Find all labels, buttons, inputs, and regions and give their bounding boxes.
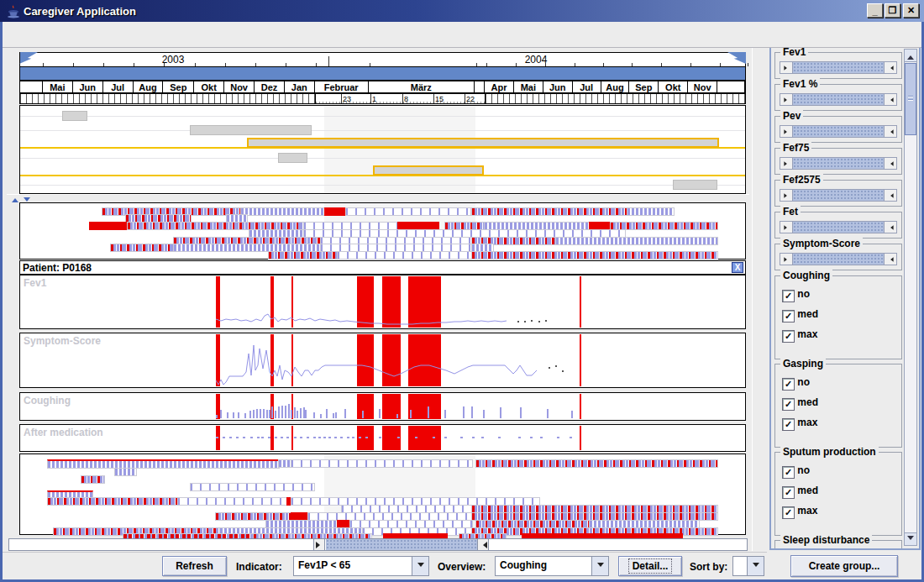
overview-combobox[interactable]: Coughing	[495, 556, 609, 576]
overview-segment[interactable]	[89, 222, 129, 230]
month-cell-jun[interactable]: Jun	[73, 81, 103, 92]
chevron-down-icon[interactable]	[412, 557, 428, 575]
slider-track[interactable]	[792, 254, 885, 265]
overview-segment[interactable]	[627, 207, 675, 216]
slider-right-arrow-icon[interactable]	[885, 190, 896, 201]
slider-left-arrow-icon[interactable]	[780, 222, 792, 233]
slider-right-arrow-icon[interactable]	[885, 62, 896, 73]
overview-segment[interactable]	[81, 475, 105, 484]
slider-track[interactable]	[792, 94, 885, 105]
scroll-down-icon[interactable]	[905, 532, 916, 545]
detail-button[interactable]: Detail...	[618, 556, 682, 576]
bottom-sort-combobox[interactable]	[732, 556, 764, 576]
month-cell-sep[interactable]: Sep	[629, 81, 659, 92]
overview-segment[interactable]	[471, 207, 628, 216]
refresh-button[interactable]: Refresh	[162, 556, 227, 576]
checkbox-icon[interactable]: ✓	[782, 378, 795, 391]
horizontal-splitter[interactable]	[7, 194, 749, 202]
range-slider[interactable]	[780, 253, 897, 265]
range-slider[interactable]	[780, 61, 897, 74]
title-bar[interactable]: Caregiver Application _ ❐ ✕	[0, 0, 924, 22]
month-cell-empty[interactable]	[20, 81, 43, 92]
month-cell-sep[interactable]: Sep	[163, 81, 194, 92]
gantt-interval-bar[interactable]	[373, 165, 484, 176]
range-slider[interactable]	[780, 93, 897, 106]
slider-track[interactable]	[792, 126, 885, 137]
month-cell-februar[interactable]: Februar	[315, 81, 369, 92]
overview-segment[interactable]	[190, 483, 315, 491]
month-cell-aug[interactable]: Aug	[134, 81, 164, 92]
checkbox-no[interactable]: ✓ no	[782, 464, 810, 479]
range-slider[interactable]	[780, 157, 897, 170]
gantt-interval-bar[interactable]	[62, 111, 87, 121]
month-cell-aug[interactable]: Aug	[601, 81, 630, 92]
overview-segment[interactable]	[47, 459, 280, 469]
overview-segment[interactable]	[610, 222, 718, 230]
month-cell-nov[interactable]: Nov	[224, 81, 255, 92]
gantt-interval-bar[interactable]	[278, 153, 307, 163]
checkbox-icon[interactable]: ✓	[782, 506, 795, 519]
range-slider[interactable]	[780, 221, 897, 233]
month-cell-okt[interactable]: Okt	[659, 81, 688, 92]
chevron-down-icon[interactable]	[747, 557, 764, 575]
month-cell-märz[interactable]: März	[369, 81, 475, 92]
month-cell-empty[interactable]	[717, 81, 745, 92]
month-cell-empty[interactable]	[475, 81, 485, 92]
month-cell-jun[interactable]: Jun	[543, 81, 573, 92]
maximize-button[interactable]: ❐	[885, 3, 900, 18]
checkbox-max[interactable]: ✓ max	[782, 417, 817, 431]
create-group-button[interactable]: Create group...	[790, 555, 898, 577]
overview-segment[interactable]	[291, 459, 473, 468]
gantt-interval-bar[interactable]	[247, 138, 719, 148]
slider-left-arrow-icon[interactable]	[780, 94, 792, 105]
scrollbar-right-arrow-icon[interactable]	[477, 539, 489, 550]
slider-right-arrow-icon[interactable]	[885, 254, 896, 265]
checkbox-no[interactable]: ✓ no	[782, 376, 810, 391]
overview-segment[interactable]	[110, 244, 175, 252]
checkbox-icon[interactable]: ✓	[782, 466, 795, 479]
checkbox-no[interactable]: ✓ no	[782, 288, 810, 302]
month-cell-jan[interactable]: Jan	[285, 81, 315, 92]
range-slider[interactable]	[780, 189, 897, 202]
slider-left-arrow-icon[interactable]	[780, 62, 792, 73]
month-cell-dez[interactable]: Dez	[255, 81, 285, 92]
gantt-interval-bar[interactable]	[190, 125, 312, 135]
overview-segment[interactable]	[475, 459, 718, 468]
checkbox-icon[interactable]: ✓	[782, 418, 795, 431]
indicator-combobox[interactable]: Fev1P < 65	[293, 556, 429, 576]
horizontal-scrollbar[interactable]	[8, 538, 748, 551]
slider-right-arrow-icon[interactable]	[885, 94, 896, 105]
slider-track[interactable]	[792, 222, 885, 233]
slider-left-arrow-icon[interactable]	[780, 126, 792, 137]
overview-segment[interactable]	[268, 251, 339, 260]
minimize-button[interactable]: _	[867, 3, 883, 18]
patient-close-icon[interactable]: X	[732, 262, 743, 273]
timeline-month-row[interactable]: MaiJunJulAugSepOktNovDezJanFebruarMärzAp…	[19, 81, 746, 93]
overview-segment[interactable]	[324, 207, 347, 216]
checkbox-med[interactable]: ✓ med	[782, 485, 818, 499]
gantt-interval-bar[interactable]	[673, 180, 717, 190]
month-cell-nov[interactable]: Nov	[688, 81, 717, 92]
slider-right-arrow-icon[interactable]	[885, 158, 896, 169]
checkbox-icon[interactable]: ✓	[782, 310, 795, 322]
overview-segment[interactable]	[47, 497, 179, 506]
overview-segment[interactable]	[337, 251, 473, 260]
overview-segment[interactable]	[345, 207, 471, 216]
slider-right-arrow-icon[interactable]	[885, 126, 896, 137]
month-cell-apr[interactable]: Apr	[485, 81, 514, 92]
timeline-day-row[interactable]: 23181522	[19, 93, 746, 104]
checkbox-icon[interactable]: ✓	[782, 330, 795, 343]
slider-left-arrow-icon[interactable]	[780, 158, 792, 169]
checkbox-med[interactable]: ✓ med	[782, 308, 818, 322]
month-cell-jul[interactable]: Jul	[103, 81, 134, 92]
scrollbar-left-arrow-icon[interactable]	[313, 539, 325, 550]
slider-left-arrow-icon[interactable]	[780, 190, 792, 201]
overview-segment[interactable]	[555, 237, 718, 245]
slider-left-arrow-icon[interactable]	[780, 254, 792, 265]
scrollbar-thumb[interactable]	[326, 539, 477, 550]
month-cell-mai[interactable]: Mai	[514, 81, 543, 92]
sidebar-scrollbar-thumb[interactable]	[905, 63, 916, 135]
overview-segment[interactable]	[177, 497, 288, 506]
overview-segment[interactable]	[471, 251, 718, 260]
overview-segment[interactable]	[240, 207, 326, 216]
